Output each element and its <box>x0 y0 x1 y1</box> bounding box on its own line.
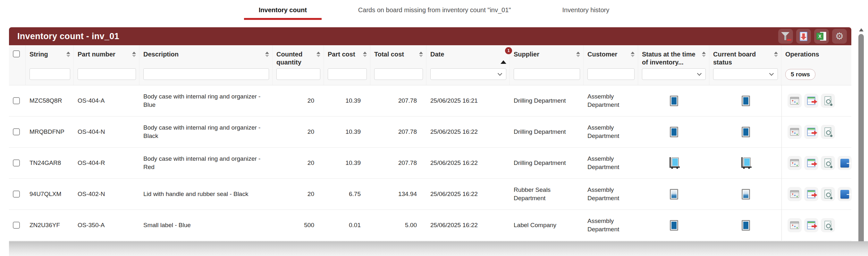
sort-toggle-icon[interactable] <box>419 50 423 58</box>
table-export-arrow-icon <box>807 96 815 105</box>
current-board-status-filter-select[interactable] <box>713 68 778 80</box>
tab-bar: Inventory count Cards on board missing f… <box>0 0 868 20</box>
go-to-board-button[interactable] <box>838 156 851 170</box>
part-number-cell: OS-402-N <box>74 179 140 209</box>
tab-cards-missing[interactable]: Cards on board missing from inventory co… <box>343 0 526 20</box>
document-magnifier-icon <box>825 96 832 105</box>
preview-document-button[interactable] <box>821 125 835 139</box>
sort-toggle-icon[interactable] <box>774 50 778 66</box>
date-cell: 25/06/2025 16:22 <box>427 148 510 178</box>
part-number-filter-input[interactable] <box>78 68 136 80</box>
part-cost-cell: 6.75 <box>324 179 370 209</box>
string-cell: MRQBDFNP <box>26 116 74 147</box>
tab-inventory-history[interactable]: Inventory history <box>547 0 624 20</box>
grid-table-icon <box>790 128 799 136</box>
customer-cell: Assembly Department <box>584 210 638 240</box>
grid-table-icon <box>790 190 799 198</box>
status-at-inventory-card-icon <box>670 127 678 137</box>
part-cost-cell: 10.39 <box>324 85 370 116</box>
total-cost-cell: 5.00 <box>370 210 427 240</box>
clear-filter-button[interactable] <box>778 29 793 44</box>
open-grid-button[interactable] <box>787 218 802 232</box>
table-export-arrow-icon <box>807 221 815 229</box>
sort-toggle-icon[interactable] <box>576 50 580 58</box>
inventory-count-panel: Inventory count - inv_01 ⚙ String <box>9 27 851 241</box>
chevron-down-icon <box>498 71 502 76</box>
status-at-inventory-card-icon <box>668 157 680 169</box>
vertical-scrollbar-thumb[interactable] <box>858 34 864 254</box>
horizontal-scrollbar-area[interactable] <box>9 241 868 256</box>
row-checkbox[interactable] <box>13 97 20 104</box>
sort-ascending-icon[interactable]: 1 <box>500 50 506 61</box>
part-cost-cell: 0.01 <box>324 210 370 240</box>
export-report-button[interactable] <box>796 29 811 44</box>
sort-toggle-icon[interactable] <box>265 50 269 58</box>
sort-toggle-icon[interactable] <box>631 50 634 58</box>
date-filter-select[interactable] <box>430 68 506 80</box>
date-cell: 25/06/2025 16:22 <box>427 210 510 240</box>
description-cell: Body case with internal ring and organiz… <box>140 148 273 178</box>
export-row-button[interactable] <box>804 156 818 170</box>
document-magnifier-icon <box>825 159 832 167</box>
sort-toggle-icon[interactable] <box>316 50 320 66</box>
preview-document-button[interactable] <box>821 94 835 108</box>
open-grid-button[interactable] <box>787 94 802 108</box>
string-filter-input[interactable] <box>30 68 70 80</box>
counted-quantity-cell: 500 <box>273 210 324 240</box>
preview-document-button[interactable] <box>821 187 835 201</box>
export-row-button[interactable] <box>804 218 818 232</box>
row-checkbox[interactable] <box>13 160 20 167</box>
date-cell: 25/06/2025 16:22 <box>427 116 510 147</box>
export-row-button[interactable] <box>804 187 818 201</box>
counted-quantity-cell: 20 <box>273 85 324 116</box>
go-to-board-button[interactable] <box>838 187 851 201</box>
scroll-up-arrow-icon[interactable] <box>859 28 864 31</box>
row-checkbox[interactable] <box>13 191 20 198</box>
chevron-down-icon <box>769 71 774 76</box>
document-magnifier-icon <box>825 221 832 230</box>
counted-quantity-filter-input[interactable] <box>276 68 320 80</box>
row-checkbox[interactable] <box>13 222 20 229</box>
part-cost-filter-input[interactable] <box>328 68 367 80</box>
open-grid-button[interactable] <box>787 156 802 170</box>
vertical-scrollbar[interactable] <box>858 28 865 254</box>
customer-filter-input[interactable] <box>587 68 634 80</box>
col-header-date: Date <box>430 50 444 61</box>
export-excel-button[interactable] <box>814 29 829 44</box>
col-header-counted-quantity: Counted quantity <box>276 50 314 66</box>
part-number-cell: OS-404-R <box>74 148 140 178</box>
open-grid-button[interactable] <box>787 125 802 139</box>
select-all-checkbox[interactable] <box>13 50 20 57</box>
col-header-part-cost: Part cost <box>328 50 355 58</box>
customer-cell: Assembly Department <box>584 116 638 147</box>
tab-inventory-count[interactable]: Inventory count <box>244 0 321 20</box>
description-filter-input[interactable] <box>143 68 269 80</box>
table-body: MZC58Q8R OS-404-A Body case with interna… <box>9 85 851 241</box>
customer-cell: Assembly Department <box>584 148 638 178</box>
total-cost-filter-input[interactable] <box>374 68 423 80</box>
preview-document-button[interactable] <box>821 156 835 170</box>
status-at-inventory-filter-select[interactable] <box>642 68 706 80</box>
sort-toggle-icon[interactable] <box>363 50 367 58</box>
sort-toggle-icon[interactable] <box>132 50 136 58</box>
part-cost-cell: 10.39 <box>324 116 370 147</box>
row-count-badge: 5 rows <box>785 69 815 80</box>
settings-button[interactable]: ⚙ <box>832 29 847 44</box>
supplier-cell: Drilling Department <box>510 85 584 116</box>
grid-table-icon <box>790 221 799 229</box>
preview-document-button[interactable] <box>821 218 835 232</box>
row-checkbox[interactable] <box>13 128 20 135</box>
export-row-button[interactable] <box>804 94 818 108</box>
status-at-inventory-card-icon <box>670 189 678 200</box>
string-cell: MZC58Q8R <box>26 85 74 116</box>
sort-toggle-icon[interactable] <box>702 50 706 66</box>
sort-toggle-icon[interactable] <box>66 50 70 58</box>
export-row-button[interactable] <box>804 125 818 139</box>
date-cell: 25/06/2025 16:21 <box>427 85 510 116</box>
document-magnifier-icon <box>825 127 832 136</box>
open-grid-button[interactable] <box>787 187 802 201</box>
col-header-operations: Operations <box>785 50 819 58</box>
col-header-string: String <box>30 50 48 58</box>
string-cell: ZN2U36YF <box>26 210 74 240</box>
supplier-filter-input[interactable] <box>514 68 580 80</box>
